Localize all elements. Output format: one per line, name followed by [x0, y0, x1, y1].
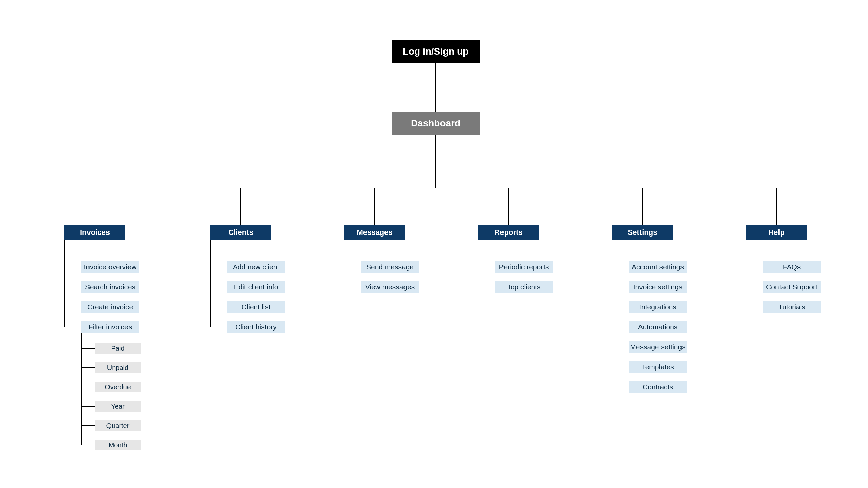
- category-invoices: Invoices: [64, 225, 125, 240]
- subsubitem: Year: [95, 401, 141, 412]
- subitem: Top clients: [495, 281, 553, 293]
- subitem: Send message: [361, 261, 419, 273]
- subitem: Filter invoices: [81, 321, 139, 333]
- subsubitem: Month: [95, 440, 141, 450]
- category-help: Help: [746, 225, 807, 240]
- subsubitem: Overdue: [95, 382, 141, 392]
- subitem: View messages: [361, 281, 419, 293]
- subitem: Search invoices: [81, 281, 139, 293]
- subitem: Integrations: [629, 301, 687, 313]
- subsubitem: Unpaid: [95, 362, 141, 373]
- subitem: Contracts: [629, 381, 687, 393]
- subitem: Edit client info: [227, 281, 285, 293]
- subitem: Client history: [227, 321, 285, 333]
- subitem: Message settings: [629, 341, 687, 353]
- subitem: Client list: [227, 301, 285, 313]
- subitem: Contact Support: [763, 281, 821, 293]
- root-node: Log in/Sign up: [392, 40, 480, 63]
- category-settings: Settings: [612, 225, 673, 240]
- dashboard-node: Dashboard: [392, 112, 480, 135]
- subitem: FAQs: [763, 261, 821, 273]
- subsubitem: Paid: [95, 343, 141, 354]
- category-messages: Messages: [344, 225, 405, 240]
- subitem: Periodic reports: [495, 261, 553, 273]
- category-reports: Reports: [478, 225, 539, 240]
- connector-lines: [0, 0, 868, 488]
- subitem: Add new client: [227, 261, 285, 273]
- subitem: Account settings: [629, 261, 687, 273]
- subitem: Create invoice: [81, 301, 139, 313]
- subitem: Invoice overview: [81, 261, 139, 273]
- subitem: Templates: [629, 361, 687, 373]
- subsubitem: Quarter: [95, 420, 141, 431]
- subitem: Invoice settings: [629, 281, 687, 293]
- subitem: Automations: [629, 321, 687, 333]
- subitem: Tutorials: [763, 301, 821, 313]
- category-clients: Clients: [210, 225, 271, 240]
